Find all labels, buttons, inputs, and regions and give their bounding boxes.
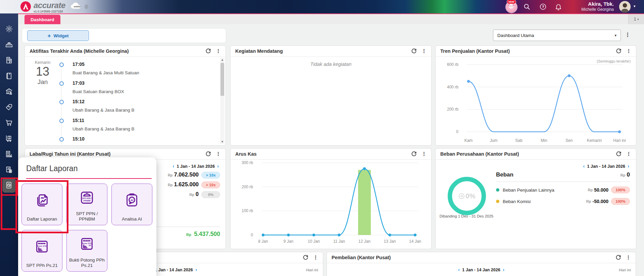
svg-text:8 Jan: 8 Jan (258, 239, 268, 244)
card-menu-icon[interactable]: ⋮ (422, 48, 427, 54)
scroll-up-icon[interactable]: ▲ (220, 58, 225, 61)
add-widget-button[interactable]: + Widget (27, 30, 89, 41)
refresh-icon[interactable] (411, 48, 417, 54)
sidebar-item-price-tag-rp[interactable]: Rp (5, 103, 13, 111)
card-menu-icon[interactable]: ⋮ (422, 151, 427, 157)
scrollbar-thumb[interactable] (220, 63, 224, 96)
sidebar-item-report-pie[interactable] (5, 181, 13, 189)
svg-text:100 rb: 100 rb (242, 208, 253, 213)
refresh-icon[interactable] (205, 151, 211, 157)
accurate-logo-icon[interactable] (20, 1, 31, 12)
refresh-icon[interactable] (205, 48, 211, 54)
profit-loss-row: Rp1.625.000> 10x (168, 181, 220, 188)
legend-label: Beban Penjualan Lainnya (503, 188, 588, 193)
change-badge: > 10x (201, 182, 220, 188)
form-1721-a1-icon: Form 1721A1 (79, 230, 95, 258)
help-icon[interactable]: ? (539, 3, 547, 10)
sidebar-item-trolley[interactable] (5, 134, 13, 143)
sidebar-item-building[interactable] (5, 56, 13, 64)
svg-text:14 Jan: 14 Jan (409, 239, 421, 244)
activity-time: 15:12 (72, 99, 85, 104)
legend-label: Beban Komisi (503, 199, 586, 204)
header-accent-line (0, 13, 644, 14)
refresh-icon[interactable] (615, 255, 621, 261)
refresh-icon[interactable] (411, 151, 417, 157)
activity-time: 15:11 (72, 118, 84, 123)
reports-popup: Daftar Laporan Daftar LaporanSPT PPN /PP… (18, 157, 156, 276)
sidebar-item-cash-register[interactable] (5, 41, 13, 49)
profit-loss-total: Rp 5.437.500 (186, 231, 220, 238)
card-menu-icon[interactable]: ⋮ (626, 254, 631, 261)
popup-tile-spt-ppn-ppnbm[interactable]: SPT PPN /PPNBMSPT PPN / PPNBM (66, 184, 107, 225)
toolbar-kebab-icon[interactable]: ⋮ (625, 32, 630, 38)
card-upcoming-title: Kegiatan Mendatang (235, 48, 411, 54)
popup-tile-daftar-laporan[interactable]: Daftar Laporan (21, 184, 62, 225)
sidebar-item-gear[interactable] (5, 25, 13, 33)
user-menu-caret-icon[interactable]: ▾ (634, 4, 636, 8)
card-menu-icon[interactable]: ⋮ (216, 48, 221, 54)
prev-period-icon[interactable]: ‹ (171, 163, 176, 169)
sidebar-item-building-chart[interactable] (5, 150, 13, 158)
timeline-line (61, 64, 61, 144)
popup-title-underline (26, 178, 152, 179)
notification-bell-icon[interactable] (555, 3, 562, 10)
svg-text:Jum: Jum (490, 138, 498, 143)
currency-label: Rp (186, 233, 191, 237)
divider (496, 182, 630, 182)
svg-text:300 rb: 300 rb (242, 160, 253, 165)
expenses-total: 0 (627, 171, 630, 178)
sidebar-item-bank[interactable] (5, 87, 13, 95)
prev-period-icon[interactable]: ‹ (457, 267, 461, 272)
cash-register-icon (6, 43, 12, 47)
activity-date: Kemarin 13 Jan (30, 60, 56, 86)
expenses-heading: Beban (496, 171, 621, 178)
next-period-icon[interactable]: › (626, 163, 631, 169)
svg-text:TAX: TAX (7, 167, 10, 169)
sidebar-item-cart[interactable] (5, 119, 13, 127)
dashboard-select[interactable]: Dashboard Utama ▾ (493, 30, 621, 41)
currency-label: Rp (168, 183, 173, 187)
scroll-down-icon[interactable]: ▼ (220, 141, 225, 143)
search-icon[interactable] (523, 3, 531, 10)
empty-state-text: Tidak ada kegiatan (231, 62, 431, 67)
legend-row: Beban KomisiRp-50.000100% (496, 198, 630, 205)
next-period-icon[interactable]: › (194, 267, 198, 272)
svg-text:11 Jan: 11 Jan (333, 239, 345, 244)
page-indicator[interactable]: 1 ▾ (628, 14, 644, 24)
prev-period-icon[interactable]: ‹ (582, 163, 586, 169)
card-menu-icon[interactable]: ⋮ (313, 254, 318, 261)
user-info[interactable]: Akira, Tbk. Michelle Georgina (581, 1, 614, 12)
dashboard-select-value: Dashboard Utama (497, 33, 534, 38)
next-period-icon[interactable]: › (216, 163, 220, 169)
card-menu-icon[interactable]: ⋮ (216, 151, 221, 157)
popup-tile-bukti-potong-pph-ps-21[interactable]: Form 1721A1Bukti Potong PPh Ps.21 (66, 230, 107, 272)
sidebar-item-book[interactable] (5, 72, 13, 80)
card-purchases-title: Pembelian (Kantor Pusat) (332, 255, 615, 260)
sidebar-item-tax-document[interactable]: TAX (5, 166, 13, 174)
user-avatar[interactable] (619, 1, 631, 12)
svg-text:Sab: Sab (515, 138, 523, 143)
refresh-icon[interactable] (616, 151, 622, 157)
popup-tile-spt-pph-ps-21[interactable]: Form 1721SPT PPh Ps.21 (21, 230, 62, 272)
scrollbar[interactable]: ▲ ▼ (220, 58, 225, 144)
svg-text:Sen: Sen (565, 138, 573, 143)
svg-text:Kam: Kam (464, 138, 473, 143)
card-menu-icon[interactable]: ⋮ (626, 48, 631, 54)
change-badge: 0% (201, 191, 220, 198)
svg-text:200 rb: 200 rb (447, 107, 458, 112)
next-period-icon[interactable]: › (501, 267, 506, 272)
company-name: Akira, Tbk. (581, 1, 614, 7)
refresh-icon[interactable] (303, 255, 308, 261)
profit-loss-row: Rp7.062.500> 10x (168, 171, 220, 179)
refresh-icon[interactable] (616, 48, 622, 54)
plus-icon: + (48, 33, 51, 39)
timeline-dot-icon (59, 100, 64, 104)
popup-tile-analisa-ai[interactable]: AIAnalisa AI (111, 184, 152, 225)
activity-date-relative: Kemarin (30, 60, 56, 65)
tab-dashboard[interactable]: Dashboard (24, 15, 60, 24)
svg-text:Form 1721: Form 1721 (82, 242, 92, 244)
page-caret-icon: ▾ (637, 18, 639, 21)
card-menu-icon[interactable]: ⋮ (626, 151, 631, 157)
sales-trend-chart: 600 rb400 rb200 rb0KamJumSabMinSenKemari… (438, 59, 633, 145)
svg-text:9 Jan: 9 Jan (284, 239, 293, 244)
